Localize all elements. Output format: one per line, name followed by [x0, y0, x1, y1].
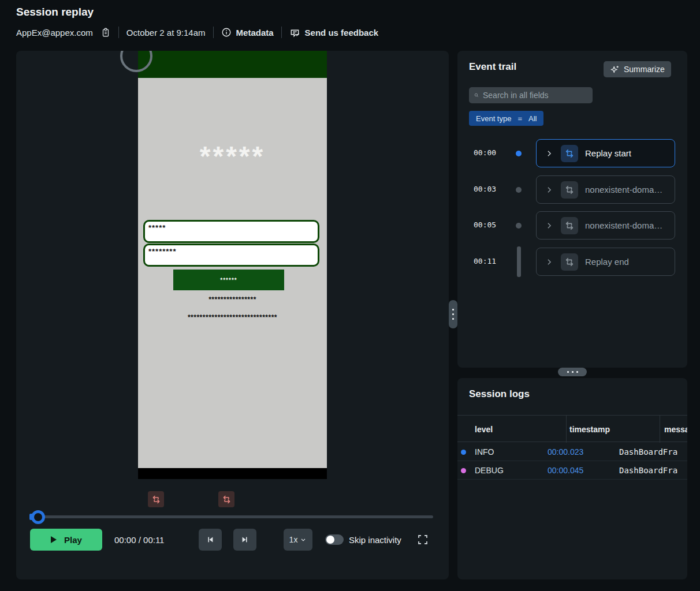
event-trail-panel: Event trail Summarize Event type = All 0… — [457, 51, 687, 368]
log-level: DEBUG — [475, 461, 504, 480]
event-timestamp: 00:00 — [474, 148, 496, 157]
divider — [281, 27, 282, 38]
playback-timeline[interactable] — [32, 515, 433, 518]
replayed-app-body: ***** ***** ******** ****** ************… — [138, 78, 327, 468]
replayed-app-navbar — [138, 468, 327, 479]
skip-forward-button[interactable] — [233, 529, 256, 551]
masked-text-line-2: ****************************** — [138, 313, 327, 321]
swap-arrows-icon — [561, 181, 578, 199]
search-icon — [474, 91, 479, 99]
session-id: AppEx@appex.com — [16, 28, 93, 38]
session-logs-title: Session logs — [469, 388, 530, 400]
play-button[interactable]: Play — [30, 529, 102, 551]
timeline-network-event-marker[interactable] — [148, 491, 164, 507]
horizontal-resize-handle[interactable] — [558, 368, 587, 376]
log-level-dot-debug — [461, 468, 466, 473]
skip-inactivity-label: Skip inactivity — [349, 529, 401, 551]
player-controls: Play 00:00 / 00:11 1x Skip inactivity — [16, 529, 449, 551]
divider — [213, 27, 214, 38]
event-label: nonexistent-doma… — [585, 185, 662, 194]
event-card-replay-end[interactable]: Replay end — [536, 248, 675, 276]
fullscreen-icon — [417, 534, 429, 545]
skip-back-icon — [206, 535, 215, 544]
timeline-scrubber-handle[interactable] — [31, 510, 45, 524]
divider — [118, 27, 119, 38]
log-message: DashBoardFra — [619, 443, 677, 461]
info-icon — [221, 27, 232, 38]
event-card-network[interactable]: nonexistent-doma… — [536, 211, 675, 240]
event-card-replay-start[interactable]: Replay start — [536, 139, 675, 167]
swap-arrows-icon — [222, 495, 232, 504]
log-row[interactable]: INFO 00:00.023 DashBoardFra — [457, 443, 687, 461]
event-search — [469, 87, 593, 103]
column-header-timestamp[interactable]: timestamp — [569, 416, 610, 443]
toggle-knob — [326, 536, 334, 544]
log-timestamp-link[interactable]: 00:00.023 — [548, 443, 583, 461]
chevron-right-icon — [545, 186, 553, 194]
column-header-message[interactable]: message — [664, 416, 687, 443]
chevron-right-icon — [545, 222, 553, 230]
column-divider[interactable] — [566, 416, 567, 443]
masked-text-field-2: ******** — [143, 244, 319, 267]
event-row: 00:05 nonexistent-doma… — [457, 211, 687, 240]
swap-arrows-icon — [561, 145, 578, 162]
event-label: Replay start — [585, 148, 631, 158]
swap-arrows-icon — [561, 253, 578, 271]
event-type-filter-chip[interactable]: Event type = All — [469, 111, 543, 126]
event-trail-title: Event trail — [469, 61, 516, 73]
fullscreen-button[interactable] — [417, 534, 429, 545]
search-input[interactable] — [483, 91, 587, 100]
clipboard-icon[interactable] — [100, 27, 111, 38]
chevron-down-icon — [300, 536, 307, 543]
event-card-network[interactable]: nonexistent-doma… — [536, 175, 675, 204]
chevron-right-icon — [545, 258, 553, 266]
session-date: October 2 at 9:14am — [126, 28, 206, 38]
replayed-app-header — [138, 51, 327, 78]
event-marker-bar — [517, 246, 521, 277]
metadata-button[interactable]: Metadata — [221, 27, 274, 38]
session-meta-bar: AppEx@appex.com October 2 at 9:14am Meta… — [16, 25, 378, 39]
swap-arrows-icon — [151, 495, 161, 504]
log-row[interactable]: DEBUG 00:00.045 DashBoardFra — [457, 461, 687, 480]
playback-time: 00:00 / 00:11 — [114, 529, 164, 551]
skip-forward-icon — [240, 535, 250, 544]
swap-arrows-icon — [561, 217, 578, 234]
log-message: DashBoardFra — [619, 461, 677, 480]
event-row: 00:00 Replay start — [457, 139, 687, 167]
summarize-button[interactable]: Summarize — [604, 61, 671, 77]
feedback-icon — [289, 27, 300, 38]
masked-text-line-1: **************** — [138, 296, 327, 304]
event-marker-dot — [516, 187, 522, 193]
chevron-right-icon — [545, 149, 553, 158]
log-timestamp-link[interactable]: 00:00.045 — [548, 461, 583, 480]
replay-viewport: ***** ***** ******** ****** ************… — [138, 51, 327, 479]
vertical-resize-handle[interactable] — [449, 300, 457, 328]
column-header-level[interactable]: level — [475, 416, 493, 443]
event-label: nonexistent-doma… — [585, 220, 662, 230]
playback-speed-dropdown[interactable]: 1x — [284, 529, 312, 551]
event-timestamp: 00:05 — [474, 220, 496, 229]
session-logs-panel: Session logs level timestamp message INF… — [457, 378, 687, 579]
masked-text-field-1: ***** — [143, 220, 319, 243]
event-timestamp: 00:03 — [474, 185, 496, 193]
event-marker-dot — [516, 151, 522, 156]
event-label: Replay end — [585, 257, 629, 267]
log-level-dot-info — [461, 450, 466, 455]
column-divider[interactable] — [660, 416, 660, 443]
event-row: 00:03 nonexistent-doma… — [457, 175, 687, 204]
log-level: INFO — [475, 443, 494, 461]
play-icon — [50, 536, 57, 544]
sparkle-icon — [610, 65, 620, 74]
event-marker-dot — [516, 223, 522, 229]
masked-app-title: ***** — [138, 143, 327, 170]
event-row: 00:11 Replay end — [457, 248, 687, 276]
timeline-network-event-marker[interactable] — [218, 491, 234, 507]
feedback-button[interactable]: Send us feedback — [289, 27, 379, 38]
masked-app-button: ****** — [173, 270, 284, 290]
event-timestamp: 00:11 — [474, 257, 496, 265]
skip-back-button[interactable] — [199, 529, 222, 551]
replay-player-panel: ***** ***** ******** ****** ************… — [16, 51, 449, 579]
page-title: Session replay — [16, 6, 94, 18]
skip-inactivity-toggle[interactable] — [325, 534, 344, 545]
logs-table-header: level timestamp message — [457, 415, 687, 442]
